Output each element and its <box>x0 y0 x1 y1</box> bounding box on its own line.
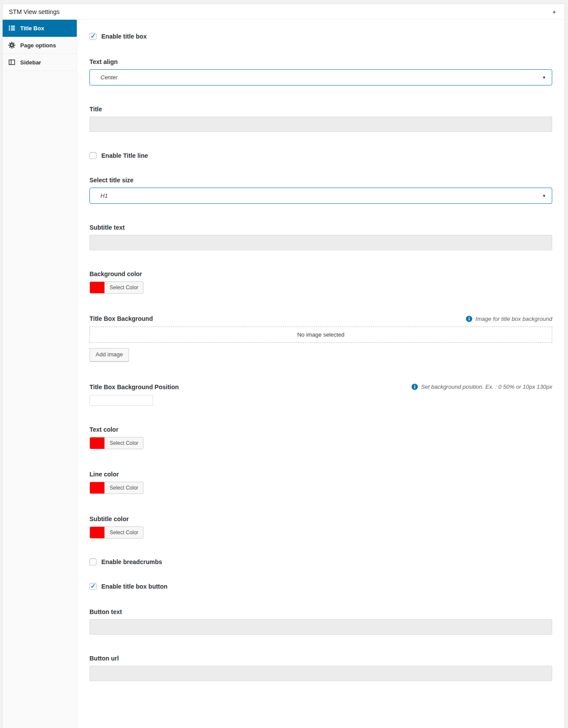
title-input[interactable] <box>89 117 552 132</box>
text-align-label: Text align <box>89 58 552 65</box>
line-color-field: Line color Select Color <box>89 471 552 495</box>
text-color-field: Text color Select Color <box>89 426 552 451</box>
text-align-selected-value: Center <box>100 74 118 81</box>
title-box-background-position-info: Set background position. Ex. : 0 50% or … <box>411 384 552 390</box>
title-label: Title <box>89 106 552 113</box>
settings-content: Enable title box Text align Center ▼ Tit… <box>77 20 564 728</box>
list-icon <box>8 25 15 32</box>
subtitle-text-input[interactable] <box>89 235 552 250</box>
button-text-field: Button text <box>89 608 552 635</box>
info-icon <box>466 316 472 322</box>
panel-title: STM View settings <box>9 8 60 15</box>
tab-page-options[interactable]: Page options <box>3 37 77 54</box>
enable-title-box-label: Enable title box <box>101 33 146 40</box>
line-color-label: Line color <box>89 471 552 478</box>
tab-page-options-label: Page options <box>20 42 56 49</box>
enable-breadcrumbs-label: Enable breadcrumbs <box>101 558 162 565</box>
subtitle-color-field: Subtitle color Select Color <box>89 515 552 540</box>
select-title-size-field: Select title size H1 ▼ <box>89 177 552 204</box>
info-icon <box>411 384 418 390</box>
enable-title-box-checkbox[interactable] <box>89 33 96 40</box>
button-url-field: Button url <box>89 655 552 681</box>
subtitle-text-label: Subtitle text <box>89 224 552 231</box>
title-box-background-position-label-row: Title Box Background Position Set backgr… <box>89 384 552 391</box>
background-color-picker-text: Select Color <box>105 282 143 293</box>
title-box-background-label: Title Box Background <box>89 315 153 322</box>
settings-tabs: Title Box <box>3 20 77 728</box>
collapse-up-icon: ▲ <box>552 9 557 14</box>
background-position-input[interactable] <box>89 395 153 406</box>
background-color-picker-button[interactable]: Select Color <box>89 281 143 294</box>
enable-breadcrumbs-checkbox[interactable] <box>89 558 96 565</box>
title-box-background-position-info-text: Set background position. Ex. : 0 50% or … <box>421 384 552 390</box>
text-align-select[interactable]: Center ▼ <box>89 69 552 85</box>
tab-title-box-label: Title Box <box>20 25 44 32</box>
text-align-field: Text align Center ▼ <box>89 58 552 85</box>
subtitle-text-field: Subtitle text <box>89 224 552 250</box>
stm-view-settings-panel: STM View settings ▲ Title Box <box>2 4 565 728</box>
line-color-swatch <box>90 482 105 494</box>
button-text-input[interactable] <box>89 619 552 635</box>
title-box-background-position-field: Title Box Background Position Set backgr… <box>89 384 552 406</box>
text-color-picker-button[interactable]: Select Color <box>89 437 143 449</box>
button-url-input[interactable] <box>89 666 552 681</box>
title-size-selected-value: H1 <box>100 192 108 199</box>
tab-title-box[interactable]: Title Box <box>3 20 77 37</box>
title-size-select[interactable]: H1 ▼ <box>89 188 552 204</box>
subtitle-color-swatch <box>90 527 105 538</box>
enable-title-box-field: Enable title box <box>89 33 552 40</box>
enable-title-line-label: Enable Title line <box>101 152 148 159</box>
line-color-picker-text: Select Color <box>105 482 143 494</box>
line-color-picker-button[interactable]: Select Color <box>89 482 143 494</box>
image-dropzone: No image selected <box>89 327 552 343</box>
title-box-background-info-text: Image for title box background <box>475 316 552 322</box>
enable-title-box-button-label: Enable title box button <box>101 583 168 590</box>
tab-sidebar-label: Sidebar <box>20 59 41 66</box>
chevron-down-icon: ▼ <box>542 194 546 198</box>
panel-header: STM View settings ▲ <box>3 4 564 20</box>
enable-title-box-button-checkbox[interactable] <box>89 583 96 590</box>
enable-breadcrumbs-field: Enable breadcrumbs <box>89 558 552 565</box>
title-field: Title <box>89 106 552 132</box>
enable-title-line-checkbox[interactable] <box>89 152 96 159</box>
columns-icon <box>8 59 15 66</box>
background-color-field: Background color Select Color <box>89 270 552 295</box>
title-box-background-field: Title Box Background Image for title box… <box>89 315 552 362</box>
tab-sidebar[interactable]: Sidebar <box>3 54 77 71</box>
no-image-selected-text: No image selected <box>297 331 345 338</box>
text-color-label: Text color <box>89 426 552 433</box>
text-color-swatch <box>90 437 105 449</box>
chevron-down-icon: ▼ <box>542 75 546 80</box>
title-box-background-label-row: Title Box Background Image for title box… <box>89 315 552 322</box>
add-image-button[interactable]: Add image <box>89 348 129 362</box>
button-text-label: Button text <box>89 608 552 615</box>
subtitle-color-picker-text: Select Color <box>105 527 143 538</box>
collapse-toggle-button[interactable]: ▲ <box>549 8 559 15</box>
text-color-picker-text: Select Color <box>105 437 143 449</box>
enable-title-box-button-field: Enable title box button <box>89 583 552 590</box>
panel-body: Title Box <box>3 20 564 728</box>
button-url-label: Button url <box>89 655 552 662</box>
subtitle-color-picker-button[interactable]: Select Color <box>89 526 143 539</box>
title-box-background-info: Image for title box background <box>466 316 552 322</box>
select-title-size-label: Select title size <box>89 177 552 184</box>
background-color-swatch <box>90 282 105 293</box>
gear-icon <box>8 42 15 49</box>
background-color-label: Background color <box>89 270 552 277</box>
enable-title-line-field: Enable Title line <box>89 152 552 159</box>
title-box-background-position-label: Title Box Background Position <box>89 384 179 391</box>
subtitle-color-label: Subtitle color <box>89 515 552 522</box>
